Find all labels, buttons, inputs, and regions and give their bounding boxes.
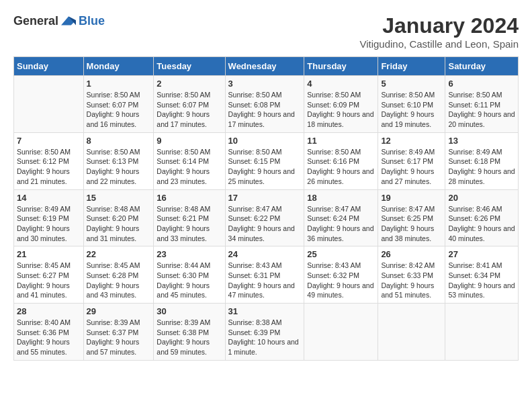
day-info: Sunrise: 8:49 AMSunset: 6:18 PMDaylight:… bbox=[448, 147, 515, 187]
subtitle: Vitigudino, Castille and Leon, Spain bbox=[359, 38, 519, 50]
day-info: Sunrise: 8:45 AMSunset: 6:28 PMDaylight:… bbox=[87, 261, 151, 300]
day-number: 14 bbox=[17, 193, 81, 203]
table-row: 11 Sunrise: 8:50 AMSunset: 6:16 PMDaylig… bbox=[304, 132, 378, 189]
table-row: 28 Sunrise: 8:40 AMSunset: 6:36 PMDaylig… bbox=[14, 304, 84, 361]
main-title: January 2024 bbox=[359, 13, 519, 38]
day-number: 24 bbox=[228, 249, 302, 259]
day-info: Sunrise: 8:41 AMSunset: 6:34 PMDaylight:… bbox=[448, 261, 515, 300]
table-row bbox=[14, 76, 84, 133]
calendar-week-3: 21 Sunrise: 8:45 AMSunset: 6:27 PMDaylig… bbox=[14, 246, 519, 304]
table-row: 20 Sunrise: 8:46 AMSunset: 6:26 PMDaylig… bbox=[445, 189, 519, 246]
table-row: 6 Sunrise: 8:50 AMSunset: 6:11 PMDayligh… bbox=[445, 76, 519, 133]
table-row: 16 Sunrise: 8:48 AMSunset: 6:21 PMDaylig… bbox=[154, 189, 225, 246]
calendar-week-0: 1 Sunrise: 8:50 AMSunset: 6:07 PMDayligh… bbox=[14, 76, 519, 133]
table-row: 8 Sunrise: 8:50 AMSunset: 6:13 PMDayligh… bbox=[83, 132, 154, 189]
day-info: Sunrise: 8:48 AMSunset: 6:20 PMDaylight:… bbox=[87, 204, 151, 244]
day-number: 3 bbox=[228, 79, 302, 89]
day-number: 5 bbox=[381, 79, 442, 89]
day-number: 17 bbox=[228, 193, 302, 203]
table-row: 19 Sunrise: 8:47 AMSunset: 6:25 PMDaylig… bbox=[378, 189, 445, 246]
day-info: Sunrise: 8:50 AMSunset: 6:14 PMDaylight:… bbox=[157, 147, 222, 187]
day-number: 20 bbox=[448, 193, 515, 203]
day-info: Sunrise: 8:50 AMSunset: 6:12 PMDaylight:… bbox=[17, 147, 81, 187]
calendar-week-1: 7 Sunrise: 8:50 AMSunset: 6:12 PMDayligh… bbox=[14, 132, 519, 189]
day-info: Sunrise: 8:43 AMSunset: 6:31 PMDaylight:… bbox=[228, 261, 302, 300]
table-row: 3 Sunrise: 8:50 AMSunset: 6:08 PMDayligh… bbox=[225, 76, 304, 133]
day-info: Sunrise: 8:44 AMSunset: 6:30 PMDaylight:… bbox=[157, 261, 222, 300]
header-monday: Monday bbox=[83, 57, 154, 76]
title-area: January 2024 Vitigudino, Castille and Le… bbox=[359, 13, 519, 50]
day-info: Sunrise: 8:48 AMSunset: 6:21 PMDaylight:… bbox=[157, 204, 222, 244]
day-number: 11 bbox=[307, 136, 375, 146]
day-number: 8 bbox=[87, 136, 151, 146]
day-number: 18 bbox=[307, 193, 375, 203]
calendar-table: Sunday Monday Tuesday Wednesday Thursday… bbox=[13, 56, 519, 361]
day-number: 15 bbox=[87, 193, 151, 203]
header-row: Sunday Monday Tuesday Wednesday Thursday… bbox=[14, 57, 519, 76]
header-wednesday: Wednesday bbox=[225, 57, 304, 76]
table-row: 12 Sunrise: 8:49 AMSunset: 6:17 PMDaylig… bbox=[378, 132, 445, 189]
header-saturday: Saturday bbox=[445, 57, 519, 76]
table-row bbox=[304, 304, 378, 361]
day-info: Sunrise: 8:43 AMSunset: 6:32 PMDaylight:… bbox=[307, 261, 375, 300]
table-row: 9 Sunrise: 8:50 AMSunset: 6:14 PMDayligh… bbox=[154, 132, 225, 189]
header-sunday: Sunday bbox=[14, 57, 84, 76]
logo: General Blue bbox=[13, 13, 105, 28]
day-number: 6 bbox=[448, 79, 515, 89]
table-row: 21 Sunrise: 8:45 AMSunset: 6:27 PMDaylig… bbox=[14, 246, 84, 304]
day-number: 7 bbox=[17, 136, 81, 146]
day-number: 26 bbox=[381, 249, 442, 259]
day-info: Sunrise: 8:50 AMSunset: 6:15 PMDaylight:… bbox=[228, 147, 302, 187]
day-number: 27 bbox=[448, 249, 515, 259]
table-row: 24 Sunrise: 8:43 AMSunset: 6:31 PMDaylig… bbox=[225, 246, 304, 304]
day-number: 10 bbox=[228, 136, 302, 146]
day-number: 12 bbox=[381, 136, 442, 146]
day-info: Sunrise: 8:47 AMSunset: 6:24 PMDaylight:… bbox=[307, 204, 375, 244]
day-number: 21 bbox=[17, 249, 81, 259]
table-row bbox=[378, 304, 445, 361]
table-row: 17 Sunrise: 8:47 AMSunset: 6:22 PMDaylig… bbox=[225, 189, 304, 246]
day-number: 4 bbox=[307, 79, 375, 89]
table-row: 18 Sunrise: 8:47 AMSunset: 6:24 PMDaylig… bbox=[304, 189, 378, 246]
day-number: 23 bbox=[157, 249, 222, 259]
header-friday: Friday bbox=[378, 57, 445, 76]
day-number: 13 bbox=[448, 136, 515, 146]
table-row: 5 Sunrise: 8:50 AMSunset: 6:10 PMDayligh… bbox=[378, 76, 445, 133]
table-row bbox=[445, 304, 519, 361]
day-info: Sunrise: 8:49 AMSunset: 6:19 PMDaylight:… bbox=[17, 204, 81, 244]
table-row: 31 Sunrise: 8:38 AMSunset: 6:39 PMDaylig… bbox=[225, 304, 304, 361]
day-info: Sunrise: 8:45 AMSunset: 6:27 PMDaylight:… bbox=[17, 261, 81, 300]
day-number: 28 bbox=[17, 306, 81, 316]
table-row: 14 Sunrise: 8:49 AMSunset: 6:19 PMDaylig… bbox=[14, 189, 84, 246]
header-area: General Blue January 2024 Vitigudino, Ca… bbox=[13, 13, 519, 50]
logo-text-general: General bbox=[13, 14, 58, 28]
calendar-week-4: 28 Sunrise: 8:40 AMSunset: 6:36 PMDaylig… bbox=[14, 304, 519, 361]
day-info: Sunrise: 8:47 AMSunset: 6:22 PMDaylight:… bbox=[228, 204, 302, 244]
day-info: Sunrise: 8:49 AMSunset: 6:17 PMDaylight:… bbox=[381, 147, 442, 187]
day-number: 25 bbox=[307, 249, 375, 259]
day-number: 31 bbox=[228, 306, 302, 316]
day-info: Sunrise: 8:50 AMSunset: 6:10 PMDaylight:… bbox=[381, 90, 442, 130]
day-number: 22 bbox=[87, 249, 151, 259]
table-row: 29 Sunrise: 8:39 AMSunset: 6:37 PMDaylig… bbox=[83, 304, 154, 361]
day-number: 30 bbox=[157, 306, 222, 316]
day-info: Sunrise: 8:50 AMSunset: 6:13 PMDaylight:… bbox=[87, 147, 151, 187]
day-info: Sunrise: 8:50 AMSunset: 6:11 PMDaylight:… bbox=[448, 90, 515, 130]
day-number: 1 bbox=[87, 79, 151, 89]
table-row: 2 Sunrise: 8:50 AMSunset: 6:07 PMDayligh… bbox=[154, 76, 225, 133]
day-number: 29 bbox=[87, 306, 151, 316]
day-number: 19 bbox=[381, 193, 442, 203]
day-info: Sunrise: 8:46 AMSunset: 6:26 PMDaylight:… bbox=[448, 204, 515, 244]
day-number: 16 bbox=[157, 193, 222, 203]
day-info: Sunrise: 8:42 AMSunset: 6:33 PMDaylight:… bbox=[381, 261, 442, 300]
calendar-week-2: 14 Sunrise: 8:49 AMSunset: 6:19 PMDaylig… bbox=[14, 189, 519, 246]
logo-icon bbox=[61, 13, 76, 28]
day-info: Sunrise: 8:39 AMSunset: 6:38 PMDaylight:… bbox=[157, 318, 222, 357]
table-row: 23 Sunrise: 8:44 AMSunset: 6:30 PMDaylig… bbox=[154, 246, 225, 304]
day-info: Sunrise: 8:50 AMSunset: 6:09 PMDaylight:… bbox=[307, 90, 375, 130]
table-row: 15 Sunrise: 8:48 AMSunset: 6:20 PMDaylig… bbox=[83, 189, 154, 246]
header-thursday: Thursday bbox=[304, 57, 378, 76]
day-info: Sunrise: 8:50 AMSunset: 6:08 PMDaylight:… bbox=[228, 90, 302, 130]
table-row: 4 Sunrise: 8:50 AMSunset: 6:09 PMDayligh… bbox=[304, 76, 378, 133]
day-number: 9 bbox=[157, 136, 222, 146]
